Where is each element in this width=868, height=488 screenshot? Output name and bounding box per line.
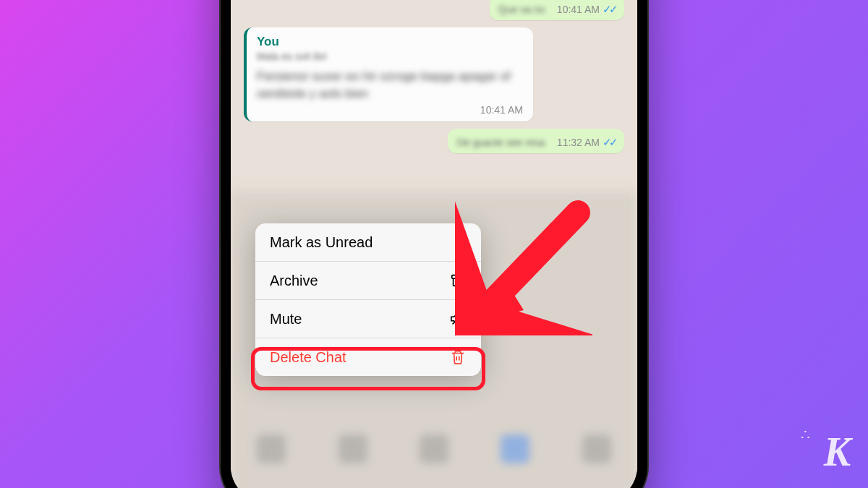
blurred-message-text: Fersienor suxer eo hir ozroge bapga apag… — [257, 68, 523, 103]
chat-area: Que va no 10:41 AM ✓✓ You Mala es svit i… — [231, 0, 637, 220]
archive-item[interactable]: Archive — [255, 262, 481, 300]
read-receipt-icon: ✓✓ — [603, 3, 616, 16]
read-receipt-icon: ✓✓ — [603, 136, 616, 149]
menu-label: Archive — [270, 273, 318, 289]
message-timestamp: 11:32 AM — [557, 137, 600, 148]
blurred-message-text: Oe guacte see resa — [456, 137, 545, 148]
menu-label: Mark as Unread — [270, 234, 373, 251]
unread-icon — [449, 234, 467, 251]
outgoing-message[interactable]: Oe guacte see resa 11:32 AM ✓✓ — [448, 129, 624, 153]
message-timestamp: 10:41 AM — [480, 104, 523, 116]
phone-screen: Que va no 10:41 AM ✓✓ You Mala es svit i… — [231, 0, 637, 488]
blurred-tab-bar — [231, 424, 637, 474]
mute-icon — [449, 310, 467, 328]
blurred-message-text: Que va no — [498, 4, 545, 15]
message-timestamp: 10:41 AM — [557, 4, 600, 15]
phone-frame: Que va no 10:41 AM ✓✓ You Mala es svit i… — [221, 0, 647, 488]
incoming-message-with-quote[interactable]: You Mala es svit ibri Fersienor suxer eo… — [244, 27, 533, 121]
quote-sender-label: You — [257, 35, 523, 49]
trash-icon — [449, 348, 467, 366]
menu-label: Mute — [270, 311, 302, 328]
mute-item[interactable]: Mute — [255, 300, 481, 338]
watermark-dots: ∴ — [801, 426, 812, 443]
archive-icon — [449, 272, 467, 289]
menu-label: Delete Chat — [270, 349, 346, 366]
svg-line-2 — [453, 314, 464, 325]
svg-rect-0 — [452, 275, 464, 279]
watermark-logo: K — [824, 429, 851, 475]
outgoing-message[interactable]: Que va no 10:41 AM ✓✓ — [490, 0, 624, 20]
context-menu: Mark as Unread Archive Mute Delete Chat — [255, 223, 481, 376]
delete-chat-item[interactable]: Delete Chat — [255, 338, 481, 376]
mark-as-unread-item[interactable]: Mark as Unread — [255, 223, 481, 262]
blurred-quote-text: Mala es svit ibri — [257, 51, 523, 62]
